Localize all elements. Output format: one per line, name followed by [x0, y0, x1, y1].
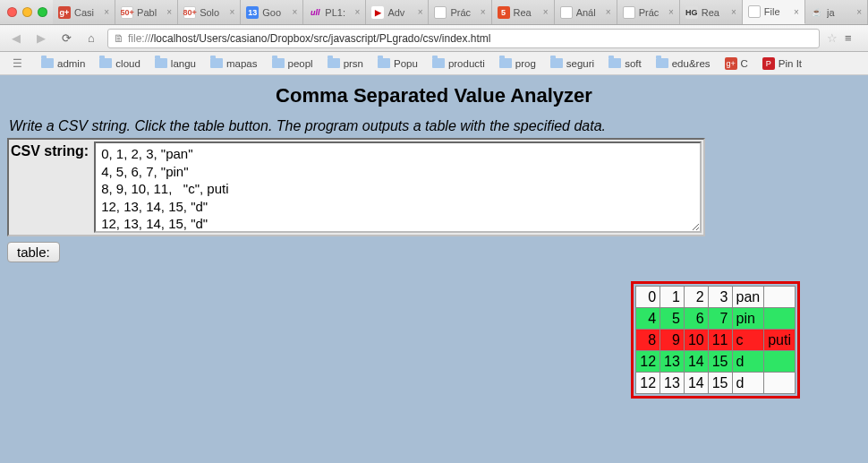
- tab-favicon: g+: [58, 6, 71, 19]
- folder-icon: [432, 58, 445, 68]
- tab-title: Prác: [639, 7, 665, 18]
- bookmark-item[interactable]: langu: [149, 56, 201, 71]
- tab-favicon: [748, 5, 761, 18]
- table-cell: 15: [708, 351, 732, 373]
- table-cell: 10: [684, 330, 708, 351]
- back-button[interactable]: ◀: [7, 30, 25, 47]
- table-cell: pan: [732, 287, 764, 308]
- folder-icon: [550, 58, 563, 68]
- bookmark-item[interactable]: Popu: [372, 56, 423, 71]
- bookmark-item[interactable]: PPin It: [757, 56, 807, 72]
- forward-button[interactable]: ▶: [32, 30, 50, 47]
- bookmark-label: prsn: [344, 58, 363, 69]
- browser-menu-icon[interactable]: ≡: [845, 31, 861, 45]
- browser-tab[interactable]: ▶Adv×: [366, 0, 429, 24]
- bookmark-item[interactable]: seguri: [545, 56, 600, 71]
- tab-close-icon[interactable]: ×: [794, 7, 799, 17]
- table-cell: [764, 373, 796, 394]
- browser-tab[interactable]: File×: [743, 0, 805, 24]
- tab-close-icon[interactable]: ×: [355, 7, 361, 17]
- tab-favicon: 5: [498, 6, 510, 19]
- browser-tab[interactable]: 50+Pabl×: [115, 0, 178, 24]
- table-cell: 8: [636, 330, 660, 351]
- bookmark-item[interactable]: g+C: [719, 56, 753, 72]
- page-title: Comma Separated Value Analyzer: [7, 84, 861, 107]
- table-cell: 14: [684, 373, 708, 394]
- bookmark-item[interactable]: admin: [36, 56, 90, 71]
- folder-icon: [499, 58, 512, 68]
- table-row: 12131415d: [636, 351, 796, 373]
- bookmark-label: soft: [625, 58, 642, 69]
- tab-close-icon[interactable]: ×: [606, 7, 611, 17]
- url-scheme: file://: [128, 32, 150, 45]
- tab-close-icon[interactable]: ×: [856, 7, 862, 17]
- bookmark-label: prog: [515, 58, 536, 69]
- bookmark-label: Popu: [394, 58, 418, 69]
- tab-close-icon[interactable]: ×: [292, 7, 297, 17]
- tab-favicon: ▶: [371, 6, 384, 19]
- table-row: 4567pin: [636, 308, 796, 330]
- bookmark-item[interactable]: mapas: [205, 56, 263, 71]
- table-cell: 13: [660, 351, 685, 373]
- csv-label: CSV string:: [11, 141, 89, 159]
- table-cell: d: [732, 351, 764, 373]
- table-button[interactable]: table:: [7, 242, 60, 262]
- browser-tab[interactable]: g+Casi×: [53, 0, 115, 24]
- browser-tab[interactable]: Anál×: [555, 0, 617, 24]
- tab-title: ja: [827, 7, 853, 18]
- browser-tabstrip: g+Casi×50+Pabl×80+Solo×13Goo×ullPL1:×▶Ad…: [53, 0, 868, 24]
- bookmark-label: Pin It: [779, 58, 802, 69]
- tab-favicon: HG: [685, 6, 698, 19]
- tab-close-icon[interactable]: ×: [104, 7, 109, 17]
- reload-button[interactable]: ⟳: [57, 30, 75, 47]
- browser-tab[interactable]: 80+Solo×: [178, 0, 241, 24]
- browser-tab[interactable]: ullPL1:×: [303, 0, 366, 24]
- bookmark-item[interactable]: cloud: [94, 56, 146, 71]
- table-cell: 13: [660, 373, 685, 394]
- browser-tab[interactable]: Prác×: [429, 0, 491, 24]
- bookmark-item[interactable]: ☰: [5, 56, 32, 72]
- table-cell: 7: [708, 308, 732, 330]
- tab-close-icon[interactable]: ×: [229, 7, 234, 17]
- bookmark-item[interactable]: prog: [494, 56, 541, 71]
- file-icon: 🗎: [114, 32, 124, 45]
- tab-close-icon[interactable]: ×: [543, 7, 549, 17]
- bookmark-label: C: [741, 58, 748, 69]
- tab-close-icon[interactable]: ×: [731, 7, 736, 17]
- window-zoom-button[interactable]: [38, 7, 47, 17]
- bookmark-label: producti: [448, 58, 485, 69]
- window-close-button[interactable]: [7, 7, 17, 17]
- browser-tab[interactable]: 13Goo×: [241, 0, 303, 24]
- browser-tab[interactable]: HGRea×: [680, 0, 743, 24]
- url-path: /localhost/Users/casiano/Dropbox/src/jav…: [150, 32, 490, 45]
- tab-close-icon[interactable]: ×: [481, 7, 486, 17]
- bookmark-item[interactable]: peopl: [267, 56, 319, 71]
- csv-form: CSV string:: [7, 138, 705, 236]
- tab-close-icon[interactable]: ×: [166, 7, 172, 17]
- table-cell: 12: [636, 373, 660, 394]
- url-bar[interactable]: 🗎 file:///localhost/Users/casiano/Dropbo…: [107, 29, 820, 48]
- browser-tab[interactable]: Prác×: [617, 0, 680, 24]
- home-button[interactable]: ⌂: [82, 30, 100, 47]
- table-cell: 6: [684, 308, 708, 330]
- table-cell: 4: [636, 308, 660, 330]
- bookmark-item[interactable]: prsn: [322, 56, 369, 71]
- csv-input[interactable]: [94, 141, 702, 233]
- traffic-lights: [7, 7, 47, 17]
- browser-tab[interactable]: 5Rea×: [492, 0, 555, 24]
- folder-icon: [378, 58, 390, 68]
- tab-favicon: [623, 6, 635, 19]
- tab-favicon: ☕: [811, 6, 823, 19]
- tab-close-icon[interactable]: ×: [668, 7, 674, 17]
- tab-close-icon[interactable]: ×: [418, 7, 423, 17]
- pinterest-icon: P: [762, 57, 775, 70]
- tab-title: Solo: [200, 7, 226, 18]
- table-cell: 9: [660, 330, 685, 351]
- window-minimize-button[interactable]: [22, 7, 32, 17]
- table-cell: 15: [708, 373, 732, 394]
- browser-tab[interactable]: ☕ja×: [805, 0, 868, 24]
- bookmark-item[interactable]: soft: [603, 56, 647, 71]
- bookmark-star-icon[interactable]: ☆: [827, 31, 838, 45]
- bookmark-item[interactable]: producti: [427, 56, 490, 71]
- bookmark-item[interactable]: edu&res: [651, 56, 716, 71]
